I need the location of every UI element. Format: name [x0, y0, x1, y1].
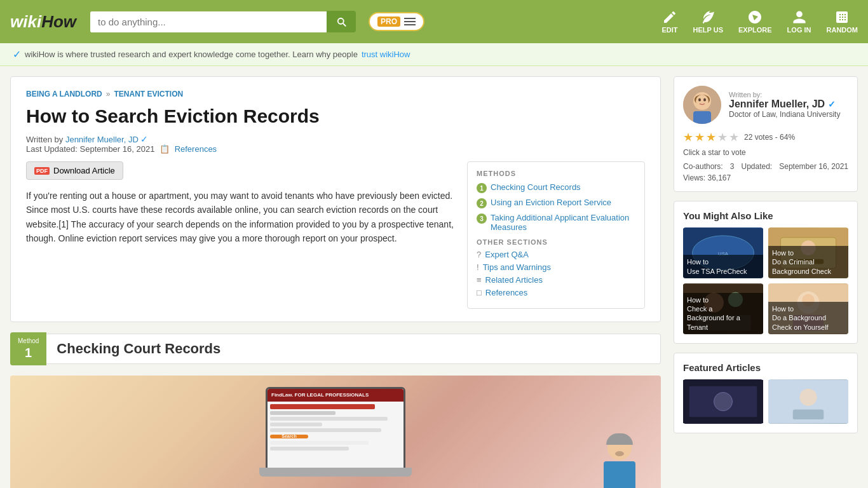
author-degree: Doctor of Law, Indiana University [729, 110, 848, 119]
method-badge-label: Method [18, 337, 39, 345]
star-1[interactable]: ★ [683, 130, 693, 144]
author-top: Written by: Jennifer Mueller, JD ✓ Docto… [683, 86, 848, 124]
click-star-text: Click a star to vote [683, 148, 848, 157]
nav-icons: EDIT HELP US EXPLORE LOG IN RANDOM [661, 10, 858, 34]
other-item-qa[interactable]: ? Expert Q&A [477, 250, 635, 259]
other-link-references[interactable]: References [485, 288, 527, 297]
laptop-illustration: FindLaw. FOR LEGAL PROFESSIONALS Search [253, 387, 418, 489]
laptop-screen: FindLaw. FOR LEGAL PROFESSIONALS Search [266, 387, 405, 470]
last-updated-date: September 16, 2021 [80, 144, 155, 154]
other-link-related[interactable]: Related Articles [485, 275, 543, 285]
svg-rect-27 [793, 410, 824, 420]
pro-button[interactable]: PRO [369, 12, 424, 31]
other-item-related[interactable]: ≡ Related Articles [477, 275, 635, 285]
warning-icon: ! [477, 262, 479, 272]
methods-title: METHODS [477, 170, 635, 177]
article-paragraph: If you're renting out a house or apartme… [26, 189, 454, 246]
download-label: Download Article [53, 166, 115, 175]
written-by-label: Written by [26, 135, 63, 144]
breadcrumb-part1[interactable]: BEING A LANDLORD [26, 90, 102, 98]
laptop-base [259, 468, 412, 477]
trust-text: wikiHow is where trusted research and ex… [25, 50, 358, 59]
article-body-text: PDF Download Article If you're renting o… [26, 161, 454, 309]
method-link-1[interactable]: Checking Court Records [491, 182, 581, 192]
search-icon [336, 16, 347, 27]
pencil-icon [662, 10, 677, 25]
logo[interactable]: wikiHow [10, 12, 76, 32]
method-link-2[interactable]: Using an Eviction Report Service [491, 198, 611, 207]
other-link-qa[interactable]: Expert Q&A [485, 250, 529, 259]
method-item-1[interactable]: 1 Checking Court Records [477, 182, 635, 193]
svg-point-5 [698, 98, 701, 102]
nav-explore[interactable]: EXPLORE [738, 10, 772, 34]
nav-random[interactable]: RANDOM [827, 10, 858, 34]
author-name-sidebar: Jennifer Mueller, JD ✓ [729, 98, 848, 110]
method-num-1: 1 [477, 183, 487, 193]
download-article-button[interactable]: PDF Download Article [26, 161, 123, 180]
coauthors-label: Co-authors: [683, 162, 723, 171]
also-like-section: You Might Also Like USA How toUse TSA Pr… [674, 201, 858, 344]
author-link[interactable]: Jennifer Mueller, JD [65, 135, 139, 144]
featured-thumb-1[interactable] [683, 379, 763, 424]
article-meta: Written by Jennifer Mueller, JD ✓ Last U… [26, 134, 645, 154]
references-link[interactable]: References [175, 144, 217, 154]
also-item-yourself[interactable]: How toDo a BackgroundCheck on Yourself [768, 283, 848, 334]
also-item-tenant[interactable]: How toCheck aBackground for aTenant [683, 283, 763, 334]
star-3[interactable]: ★ [706, 130, 716, 144]
nav-explore-label: EXPLORE [738, 26, 772, 34]
trust-bar: ✓ wikiHow is where trusted research and … [0, 43, 868, 66]
method-link-3[interactable]: Taking Additional Applicant Evaluation M… [491, 213, 635, 232]
views-count: 36,167 [707, 173, 731, 182]
other-link-tips[interactable]: Tips and Warnings [483, 262, 551, 272]
hamburger-icon [404, 18, 416, 25]
also-caption-yourself: How toDo a BackgroundCheck on Yourself [768, 302, 848, 334]
nav-login[interactable]: LOG IN [787, 10, 811, 34]
featured-thumb-2[interactable] [768, 379, 848, 424]
also-item-bg-check[interactable]: How toDo a CriminalBackground Check [768, 227, 848, 278]
person-illustration [604, 436, 635, 488]
avatar [683, 86, 721, 124]
other-item-references[interactable]: □ References [477, 288, 635, 297]
featured-grid [683, 379, 848, 424]
other-item-tips[interactable]: ! Tips and Warnings [477, 262, 635, 272]
svg-rect-3 [693, 111, 711, 124]
written-by-sidebar-label: Written by: [729, 91, 848, 98]
svg-point-24 [714, 392, 732, 410]
nav-login-label: LOG IN [787, 26, 811, 34]
logo-wiki: wiki [10, 12, 41, 32]
header: wikiHow PRO EDIT HELP US [0, 0, 868, 43]
nav-help-us[interactable]: HELP US [693, 10, 723, 34]
search-input[interactable] [89, 10, 327, 34]
star-2[interactable]: ★ [695, 130, 705, 144]
updated-date: September 16, 2021 [779, 162, 848, 171]
breadcrumb: BEING A LANDLORD » TENANT EVICTION [26, 90, 645, 98]
user-icon [792, 10, 807, 25]
nav-edit-label: EDIT [661, 26, 677, 34]
doc-icon: □ [477, 288, 482, 297]
star-4[interactable]: ★ [717, 130, 728, 144]
pro-label: PRO [377, 17, 400, 27]
method-title: Checking Court Records [46, 334, 661, 364]
search-button[interactable] [327, 11, 356, 32]
method-num-2: 2 [477, 198, 487, 208]
star-5[interactable]: ★ [729, 130, 739, 144]
list-icon: ≡ [477, 275, 482, 285]
breadcrumb-part2[interactable]: TENANT EVICTION [114, 90, 183, 98]
compass-icon [747, 10, 763, 25]
views-row: Views: 36,167 [683, 173, 848, 182]
also-item-tsa[interactable]: USA How toUse TSA PreCheck [683, 227, 763, 278]
search-form [89, 10, 356, 34]
method-item-2[interactable]: 2 Using an Eviction Report Service [477, 198, 635, 208]
method-badge: Method 1 [10, 332, 46, 365]
breadcrumb-sep: » [106, 90, 111, 98]
article: BEING A LANDLORD » TENANT EVICTION How t… [10, 66, 661, 488]
coauthors-count: 3 [730, 162, 735, 171]
avatar-svg [683, 86, 721, 124]
trust-link[interactable]: trust wikiHow [362, 50, 410, 59]
method-item-3[interactable]: 3 Taking Additional Applicant Evaluation… [477, 213, 635, 232]
methods-box: METHODS 1 Checking Court Records 2 Using… [467, 161, 645, 309]
star-rating[interactable]: ★ ★ ★ ★ ★ [683, 130, 739, 144]
article-body-flex: PDF Download Article If you're renting o… [26, 161, 645, 309]
author-verified-icon: ✓ [828, 99, 836, 109]
nav-edit[interactable]: EDIT [661, 10, 677, 34]
